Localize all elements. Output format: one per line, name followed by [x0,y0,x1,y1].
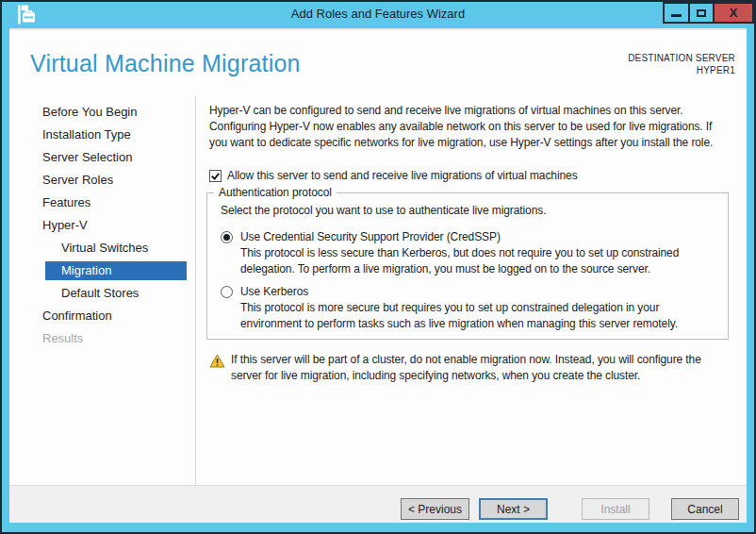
warning-icon [209,354,225,368]
step-server-roles[interactable]: Server Roles [9,169,195,192]
step-hyper-v[interactable]: Hyper-V [9,214,195,237]
destination-server-label: DESTINATION SERVER [628,52,735,64]
step-features[interactable]: Features [9,192,195,214]
step-virtual-switches[interactable]: Virtual Switches [9,237,195,259]
kerberos-label: Use Kerberos [240,284,308,300]
credssp-label: Use Credential Security Support Provider… [240,229,501,245]
footer-bar: < Previous Next > Install Cancel [9,485,747,523]
wizard-window: Add Roles and Features Wizard X Virtual … [0,0,756,534]
next-button[interactable]: Next > [479,498,548,520]
maximize-button[interactable] [688,2,715,24]
minimize-button[interactable] [663,2,690,24]
kerberos-radio[interactable] [221,286,233,298]
previous-button[interactable]: < Previous [401,498,469,520]
credssp-radio[interactable] [221,231,233,243]
close-button[interactable]: X [713,2,754,24]
window-title: Add Roles and Features Wizard [2,7,754,21]
maximize-icon [697,9,706,17]
destination-server-info: DESTINATION SERVER HYPER1 [628,52,735,76]
step-confirmation[interactable]: Confirmation [9,305,195,327]
cancel-button[interactable]: Cancel [671,498,739,520]
credssp-description: This protocol is less secure than Kerber… [240,245,679,277]
protocol-prompt: Select the protocol you want to use to a… [221,203,546,219]
intro-text: Hyper-V can be configured to send and re… [209,103,713,151]
cluster-warning-text: If this server will be part of a cluster… [231,352,701,384]
step-server-selection[interactable]: Server Selection [9,146,195,169]
window-controls: X [665,2,754,24]
step-installation-type[interactable]: Installation Type [9,124,195,146]
step-default-stores[interactable]: Default Stores [9,282,195,305]
destination-server-name: HYPER1 [628,64,735,76]
kerberos-radio-row: Use Kerberos [221,284,308,300]
credssp-radio-row: Use Credential Security Support Provider… [221,229,501,245]
checkmark-icon [211,171,220,179]
group-title: Authentication protocol [214,186,337,199]
step-migration[interactable]: Migration [9,259,195,282]
close-icon: X [730,6,738,20]
step-before-you-begin[interactable]: Before You Begin [9,101,195,124]
sidebar-divider [195,96,196,485]
titlebar[interactable]: Add Roles and Features Wizard X [2,2,754,28]
install-button: Install [582,498,649,520]
step-results: Results [9,327,195,350]
wizard-steps-nav: Before You Begin Installation Type Serve… [9,101,195,350]
allow-migration-checkbox[interactable] [209,170,222,182]
allow-migration-label: Allow this server to send and receive li… [227,168,578,184]
authentication-protocol-group: Authentication protocol Select the proto… [206,192,729,340]
wizard-dialog: Virtual Machine Migration DESTINATION SE… [9,28,747,523]
page-title: Virtual Machine Migration [30,50,301,77]
minimize-icon [671,14,682,17]
allow-migration-checkbox-row: Allow this server to send and receive li… [209,168,578,184]
kerberos-description: This protocol is more secure but require… [240,300,678,332]
